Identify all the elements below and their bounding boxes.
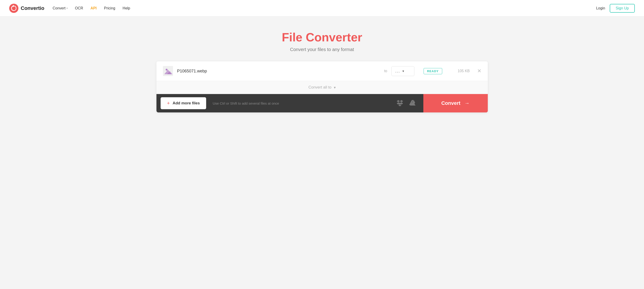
hint-text: Use Ctrl or Shift to add several files a… — [210, 94, 389, 112]
login-button[interactable]: Login — [596, 6, 605, 10]
page-subtitle: Convert your files to any format — [290, 47, 354, 52]
convert-arrow-icon: → — [464, 100, 470, 106]
nav-api[interactable]: API — [90, 6, 97, 10]
add-icon: + — [167, 101, 170, 106]
convert-all-row[interactable]: Convert all to ▾ — [156, 81, 488, 94]
logo-icon — [9, 4, 18, 13]
status-badge: READY — [424, 68, 442, 74]
file-size: 105 KB — [452, 69, 470, 73]
svg-point-0 — [9, 4, 18, 13]
nav-convert[interactable]: Convert ▾ — [53, 6, 68, 10]
remove-file-button[interactable]: ✕ — [477, 68, 481, 74]
converter-box: P1065071.webp to ... ▾ READY 105 KB ✕ Co… — [156, 61, 488, 112]
to-label: to — [384, 69, 387, 73]
convert-button[interactable]: Convert → — [423, 94, 488, 112]
logo[interactable]: Convertio — [9, 4, 44, 13]
nav-help[interactable]: Help — [123, 6, 130, 10]
format-selector[interactable]: ... ▾ — [391, 66, 414, 76]
convert-all-label: Convert all to — [308, 85, 331, 90]
cloud-icons — [389, 94, 423, 112]
logo-text: Convertio — [21, 5, 44, 11]
format-dots: ... — [395, 69, 400, 74]
bottom-bar: + Add more files Use Ctrl or Shift to ad… — [156, 94, 488, 112]
add-files-button[interactable]: + Add more files — [160, 97, 206, 109]
signup-button[interactable]: Sign Up — [610, 4, 635, 13]
file-type-icon — [163, 66, 173, 76]
svg-point-2 — [166, 69, 168, 71]
convert-all-chevron-icon: ▾ — [334, 85, 336, 90]
file-row: P1065071.webp to ... ▾ READY 105 KB ✕ — [156, 61, 488, 81]
file-name: P1065071.webp — [177, 69, 380, 74]
convert-label: Convert — [441, 100, 460, 106]
page-title: File Converter — [282, 30, 362, 44]
main-nav: Convert ▾ OCR API Pricing Help — [53, 6, 130, 10]
gdrive-icon[interactable] — [409, 99, 417, 107]
add-files-label: Add more files — [172, 101, 200, 105]
dropbox-icon[interactable] — [396, 99, 404, 107]
convert-chevron-icon: ▾ — [66, 7, 68, 9]
format-chevron-icon: ▾ — [402, 69, 404, 73]
nav-ocr[interactable]: OCR — [75, 6, 83, 10]
header-right: Login Sign Up — [596, 4, 635, 13]
nav-pricing[interactable]: Pricing — [104, 6, 115, 10]
